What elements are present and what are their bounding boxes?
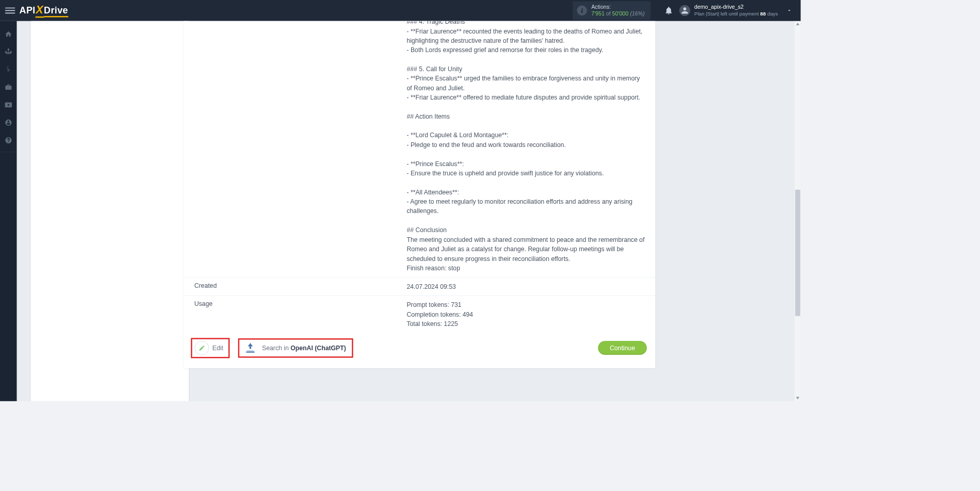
actions-counter[interactable]: i Actions: 7'951 of 50'000 (16%) [573, 2, 650, 20]
sidebar-help[interactable] [0, 133, 17, 149]
logo-x: X [36, 4, 44, 18]
search-in-openai-label: Search in OpenAI (ChatGPT) [262, 344, 346, 351]
field-choices-row: Choices - He emphasized the potential of… [183, 21, 655, 277]
user-menu[interactable]: demo_apix-drive_s2 Plan |Start| left unt… [679, 4, 797, 18]
scroll-down-icon[interactable] [796, 397, 799, 400]
svg-rect-3 [8, 52, 9, 53]
field-created-row: Created 24.07.2024 09:53 [183, 277, 655, 296]
main-content: Choices - He emphasized the potential of… [17, 21, 801, 401]
avatar-icon [679, 5, 690, 16]
info-icon: i [577, 6, 587, 16]
scroll-thumb[interactable] [795, 190, 801, 316]
edit-icon [194, 341, 209, 355]
field-created-value: 24.07.2024 09:53 [406, 282, 647, 291]
footer-actions: Edit Search in OpenAI (ChatGPT) Continue [183, 333, 655, 358]
sidebar-connections[interactable] [0, 44, 17, 60]
logo-text-2: Drive [44, 5, 68, 18]
notifications-icon[interactable] [664, 6, 673, 15]
sidebar [0, 21, 17, 401]
sidebar-video[interactable] [0, 97, 17, 113]
sidebar-briefcase[interactable] [0, 79, 17, 95]
continue-button[interactable]: Continue [598, 341, 647, 355]
svg-rect-0 [8, 48, 9, 50]
chevron-down-icon [787, 8, 792, 13]
sidebar-account[interactable] [0, 114, 17, 130]
field-usage-label: Usage [183, 300, 406, 329]
field-usage-value: Prompt tokens: 731 Completion tokens: 49… [406, 300, 647, 329]
field-created-label: Created [183, 282, 406, 291]
svg-rect-2 [10, 52, 11, 53]
sidebar-home[interactable] [0, 26, 17, 42]
left-panel [31, 21, 189, 401]
scroll-up-icon[interactable] [796, 23, 799, 25]
field-usage-row: Usage Prompt tokens: 731 Completion toke… [183, 296, 655, 333]
topbar: APIXDrive i Actions: 7'951 of 50'000 (16… [0, 0, 801, 21]
logo-text: API [20, 5, 36, 16]
search-in-openai-button[interactable]: Search in OpenAI (ChatGPT) [238, 338, 353, 358]
detail-panel: Choices - He emphasized the potential of… [183, 21, 655, 368]
download-icon [243, 341, 257, 354]
svg-rect-1 [5, 52, 6, 53]
user-text: demo_apix-drive_s2 Plan |Start| left unt… [694, 4, 778, 18]
scrollbar[interactable] [794, 21, 801, 401]
edit-button-label: Edit [213, 344, 223, 351]
sidebar-billing[interactable] [0, 61, 17, 77]
logo[interactable]: APIXDrive [20, 4, 68, 18]
edit-button-group[interactable]: Edit [191, 338, 230, 358]
field-choices-value: - He emphasized the potential of their l… [406, 21, 647, 273]
actions-text: Actions: 7'951 of 50'000 (16%) [591, 4, 644, 17]
menu-toggle-button[interactable] [5, 6, 15, 16]
